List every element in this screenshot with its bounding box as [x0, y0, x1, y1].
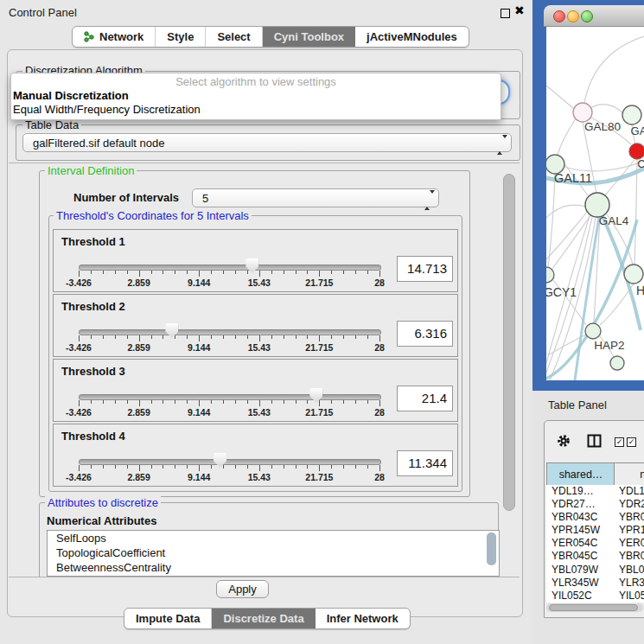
node-label: C: [637, 157, 644, 170]
apply-button[interactable]: Apply: [216, 580, 269, 598]
cell-shared-name: YDR27…: [552, 498, 596, 510]
threshold-slider[interactable]: [79, 459, 381, 465]
tab-network[interactable]: Network: [73, 27, 156, 47]
slider-tick: [355, 400, 356, 404]
threshold-value-box[interactable]: 14.713: [397, 256, 453, 282]
slider-tick: [151, 465, 152, 469]
slider-tick: [343, 465, 344, 469]
table-row[interactable]: YPR145WYPR145W: [546, 524, 644, 537]
algorithm-option[interactable]: Equal Width/Frequency Discretization: [13, 103, 201, 116]
slider-tick-label: 2.859: [127, 407, 150, 418]
bottom-node[interactable]: [610, 356, 624, 370]
network-window-titlebar[interactable]: [544, 5, 644, 27]
settings-scrollbar[interactable]: [503, 174, 515, 511]
split-columns-icon[interactable]: [587, 434, 602, 448]
algorithm-option[interactable]: Manual Discretization: [13, 89, 129, 102]
threshold-value-box[interactable]: 6.316: [397, 321, 453, 347]
tab-infer-network[interactable]: Infer Network: [316, 609, 410, 628]
attributes-list-scrollbar[interactable]: [487, 532, 496, 565]
threshold-value-box[interactable]: 21.4: [397, 386, 453, 411]
slider-tick: [187, 335, 188, 339]
float-panel-icon[interactable]: [501, 9, 510, 18]
table-row[interactable]: YBL079WYBL079W: [546, 564, 644, 577]
network-edge[interactable]: [634, 160, 637, 265]
gal4-node[interactable]: [585, 193, 609, 217]
threshold-slider[interactable]: [79, 329, 381, 335]
slider-tick: [127, 465, 128, 469]
tab-label: Infer Network: [327, 612, 399, 625]
slider-tick: [319, 271, 320, 277]
tab-label: Select: [217, 30, 250, 43]
slider-tick: [247, 335, 248, 339]
threshold-value-box[interactable]: 11.344: [397, 450, 453, 476]
tab-style[interactable]: Style: [156, 27, 206, 47]
table-row[interactable]: YLR345WYLR345W: [546, 577, 644, 590]
cell-shared-name: YBL079W: [552, 564, 598, 576]
tab-select[interactable]: Select: [206, 27, 262, 47]
slider-tick: [319, 465, 320, 471]
tab-discretize-data[interactable]: Discretize Data: [212, 609, 315, 628]
table-row[interactable]: YER054CYER054C: [546, 537, 644, 550]
slider-tick: [247, 465, 248, 469]
slider-thumb[interactable]: [214, 453, 226, 468]
cell-name: YBR045C: [619, 550, 644, 562]
network-edge[interactable]: [546, 205, 586, 218]
slider-tick-label: 28: [374, 407, 385, 418]
table-row[interactable]: YBR043CYBR043C: [546, 511, 644, 524]
column-header-shared[interactable]: shared…: [546, 462, 615, 486]
hap2-node[interactable]: [585, 323, 601, 339]
table-row[interactable]: YDL19…YDL19…: [546, 485, 644, 498]
network-canvas[interactable]: GAL80GACGAL11GAL4GCY1HHAP2: [546, 27, 644, 380]
checkbox-icon[interactable]: ✓: [627, 437, 636, 447]
table-data-select[interactable]: galFiltered.sif default node: [22, 133, 512, 152]
gear-icon[interactable]: [557, 434, 571, 448]
table-data-selected-value: galFiltered.sif default node: [33, 137, 164, 150]
threshold-slider[interactable]: [79, 394, 381, 400]
zoom-window-icon[interactable]: [581, 10, 593, 22]
column-header-name[interactable]: name: [614, 462, 644, 486]
table-row[interactable]: YIL052CYIL052C: [546, 590, 644, 603]
slider-tick: [235, 271, 236, 274]
attributes-group-label: Attributes to discretize: [45, 496, 161, 509]
slider-tick: [284, 465, 284, 469]
slider-tick: [151, 400, 152, 404]
close-window-icon[interactable]: [553, 10, 565, 22]
network-edge[interactable]: [584, 36, 644, 103]
cell-shared-name: YPR145W: [552, 524, 600, 536]
tab-jactivemnodules[interactable]: jActiveMNodules: [355, 27, 469, 47]
cell-name: YDR27…: [619, 498, 644, 510]
threshold-label: Threshold 3: [61, 365, 125, 378]
slider-tick: [103, 335, 104, 339]
checkbox-icon[interactable]: ✓: [615, 437, 624, 447]
node-label: GAL4: [599, 214, 629, 227]
network-edge[interactable]: [590, 105, 623, 113]
attribute-list-item[interactable]: BetweennessCentrality: [48, 560, 499, 575]
panel-title: Control Panel: [9, 6, 77, 19]
close-panel-icon[interactable]: ✖: [514, 3, 525, 17]
minimize-window-icon[interactable]: [567, 10, 579, 22]
table-horizontal-scrollbar[interactable]: [546, 603, 643, 612]
table-row[interactable]: YDR27…YDR27…: [546, 498, 644, 511]
slider-thumb[interactable]: [309, 388, 322, 403]
network-edge[interactable]: [552, 214, 591, 270]
attribute-list-item[interactable]: TopologicalCoefficient: [48, 545, 499, 560]
h-node[interactable]: [624, 265, 643, 284]
attribute-list-item[interactable]: SelfLoops: [48, 531, 499, 545]
gal80-node[interactable]: [573, 103, 592, 122]
table-row[interactable]: YBR045CYBR045C: [546, 550, 644, 563]
slider-tick: [355, 465, 356, 469]
network-edge[interactable]: [558, 118, 576, 155]
algorithm-placeholder-option[interactable]: Select algorithm to view settings: [11, 75, 501, 88]
network-edge[interactable]: [546, 86, 574, 109]
slider-tick-label: 9.144: [188, 277, 210, 288]
threshold-label: Threshold 1: [61, 235, 125, 248]
num-intervals-select[interactable]: 5: [192, 188, 439, 207]
top-right-node[interactable]: [622, 105, 641, 124]
slider-thumb[interactable]: [165, 323, 178, 338]
tab-impute-data[interactable]: Impute Data: [124, 609, 212, 628]
threshold-panel: Threshold 1-3.4262.8599.14415.4321.71528…: [53, 229, 458, 292]
node-label: GAL11: [554, 171, 592, 185]
cell-name: YBR043C: [619, 511, 644, 523]
tab-cyni-toolbox[interactable]: Cyni Toolbox: [263, 27, 355, 47]
threshold-slider[interactable]: [79, 265, 381, 271]
